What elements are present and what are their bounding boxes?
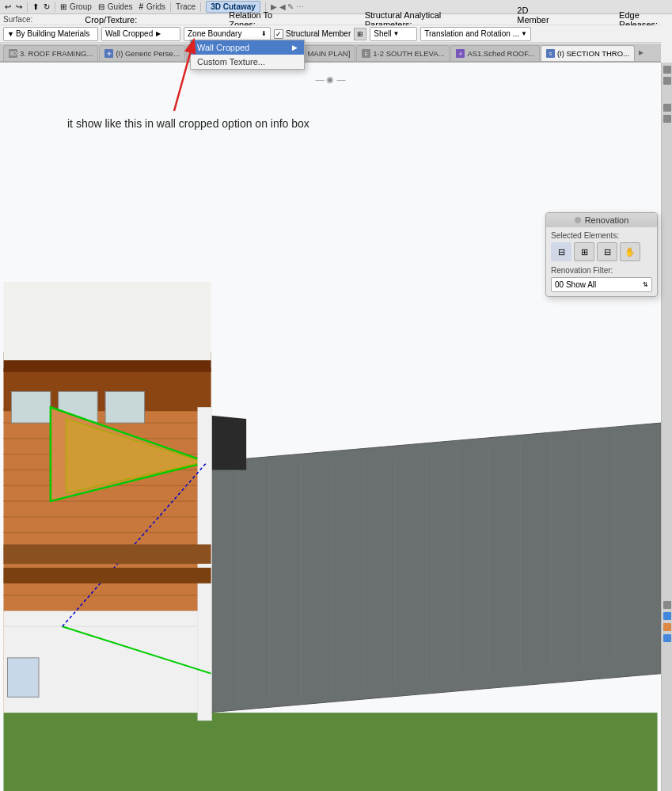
svg-rect-48 bbox=[7, 658, 39, 697]
tab-icon-sched: # bbox=[456, 49, 465, 58]
tab-icon-perspective: 👁 bbox=[104, 49, 113, 58]
renovation-panel-header[interactable]: Renovation bbox=[546, 213, 657, 227]
tab-section-thro[interactable]: S (I) SECTION THRO... bbox=[541, 45, 635, 61]
svg-marker-57 bbox=[3, 568, 211, 584]
svg-rect-45 bbox=[105, 391, 144, 423]
member-type-dropdown[interactable]: Shell ▼ bbox=[370, 27, 417, 41]
right-panel-icon-blue-2[interactable] bbox=[663, 634, 671, 642]
ren-wall-icon[interactable]: ⊟ bbox=[551, 242, 571, 261]
submenu-arrow: ▶ bbox=[292, 44, 298, 51]
crop-texture-dropdown[interactable]: Wall Cropped ▶ bbox=[101, 27, 180, 41]
tab-sched-roof[interactable]: # AS1.Sched ROOF... bbox=[450, 45, 539, 61]
svg-marker-52 bbox=[207, 415, 246, 470]
more-icons: ▶ ◀ ✎ ⋯ bbox=[271, 2, 304, 11]
trace-label: Trace bbox=[176, 2, 196, 11]
annotation-text: it show like this in wall cropped option… bbox=[67, 117, 309, 130]
right-panel-icon-5[interactable] bbox=[663, 601, 671, 609]
renovation-dot bbox=[575, 217, 581, 223]
svg-marker-42 bbox=[3, 282, 211, 360]
relation-zones-dropdown[interactable]: Zone Boundary ⬇ bbox=[184, 27, 271, 41]
ren-column-icon[interactable]: ⊞ bbox=[574, 242, 594, 261]
crop-dropdown-menu: Wall Cropped ▶ Custom Texture... bbox=[190, 40, 305, 70]
tab-icon-section: S bbox=[546, 49, 555, 58]
renovation-filter-label: Renovation Filter: bbox=[551, 266, 652, 275]
relation-arrow-icon: ⬇ bbox=[261, 30, 267, 37]
guides-icon[interactable]: ⊟ bbox=[97, 2, 106, 11]
filter-arrows: ⇅ bbox=[643, 281, 648, 288]
svg-rect-3 bbox=[3, 713, 657, 791]
ren-slab-icon[interactable]: ✋ bbox=[620, 242, 640, 261]
ren-beam-icon[interactable]: ⊟ bbox=[597, 242, 617, 261]
tab-generic-perspective[interactable]: 👁 (I) Generic Perse... bbox=[99, 45, 184, 61]
tab-bar: 3D 3. ROOF FRAMING... 👁 (I) Generic Pers… bbox=[0, 44, 661, 63]
toolbar-icon-2[interactable]: ↪ bbox=[14, 2, 24, 11]
grids-icon[interactable]: # bbox=[137, 2, 145, 11]
toolbar-label-grids: Grids bbox=[146, 2, 165, 11]
selected-elements-label: Selected Elements: bbox=[551, 231, 652, 240]
select-icon[interactable]: ⬆ bbox=[31, 2, 40, 11]
toolbar-label-guides: Guides bbox=[108, 2, 133, 11]
renovation-panel: Renovation Selected Elements: ⊟ ⊞ ⊟ ✋ Re… bbox=[545, 212, 658, 297]
right-panel-icon-3[interactable] bbox=[663, 104, 671, 112]
tab-icon-roof: 3D bbox=[9, 49, 17, 58]
group-icon[interactable]: ⊞ bbox=[59, 2, 68, 11]
right-panel-icon-blue-1[interactable] bbox=[663, 612, 671, 620]
right-panel-icon-4[interactable] bbox=[663, 115, 671, 123]
scroll-arrow-indicator: — ◉ — bbox=[315, 74, 345, 85]
tab-south-elevation[interactable]: E 1-2 SOUTH ELEVA... bbox=[356, 45, 450, 61]
toolbar-sep-4 bbox=[200, 2, 201, 12]
edge-arrow: ▼ bbox=[521, 30, 527, 37]
surface-dropdown[interactable]: ▼ By Building Materials bbox=[3, 27, 98, 41]
crop-texture-label: Crop/Texture: bbox=[85, 15, 137, 25]
member-type-arrow: ▼ bbox=[393, 30, 400, 37]
toolbar-icon-1[interactable]: ↩ bbox=[3, 2, 13, 11]
structural-member-check[interactable]: ✓ Structural Member bbox=[274, 29, 351, 39]
svg-rect-43 bbox=[11, 391, 50, 423]
dropdown-item-custom[interactable]: Custom Texture... bbox=[191, 55, 304, 69]
renovation-icons-row: ⊟ ⊞ ⊟ ✋ bbox=[551, 242, 652, 261]
dropdown-item-wall-cropped[interactable]: Wall Cropped ▶ bbox=[191, 40, 304, 55]
tab-more-button[interactable]: ▸ bbox=[639, 47, 644, 58]
tab-icon-elev: E bbox=[362, 49, 370, 58]
structural-member-icon[interactable]: ⊞ bbox=[354, 28, 366, 40]
right-panel-icon-orange[interactable] bbox=[663, 623, 671, 631]
svg-marker-4 bbox=[207, 423, 661, 713]
viewport: — ⊙ — bbox=[0, 63, 661, 791]
toolbar-sep-2 bbox=[55, 2, 55, 12]
right-panel-icon-2[interactable] bbox=[663, 77, 671, 85]
rotate-icon[interactable]: ↻ bbox=[42, 2, 51, 11]
right-panel-icon-1[interactable] bbox=[663, 66, 671, 74]
surface-icon: ▼ bbox=[7, 30, 14, 38]
surface-label: Surface: bbox=[3, 15, 32, 24]
toolbar-label-group: Group bbox=[70, 2, 92, 11]
toolbar-sep-3 bbox=[170, 2, 171, 12]
tab-roof-framing[interactable]: 3D 3. ROOF FRAMING... bbox=[3, 45, 98, 61]
crop-arrow-icon: ▶ bbox=[156, 30, 161, 37]
svg-marker-56 bbox=[3, 544, 211, 564]
edge-releases-dropdown[interactable]: Translation and Rotation ... ▼ bbox=[420, 27, 531, 41]
building-scene-svg bbox=[0, 63, 661, 791]
toolbar-sep-1 bbox=[27, 2, 28, 12]
renovation-filter-dropdown[interactable]: 00 Show All ⇅ bbox=[551, 277, 652, 292]
right-panel bbox=[661, 63, 672, 791]
